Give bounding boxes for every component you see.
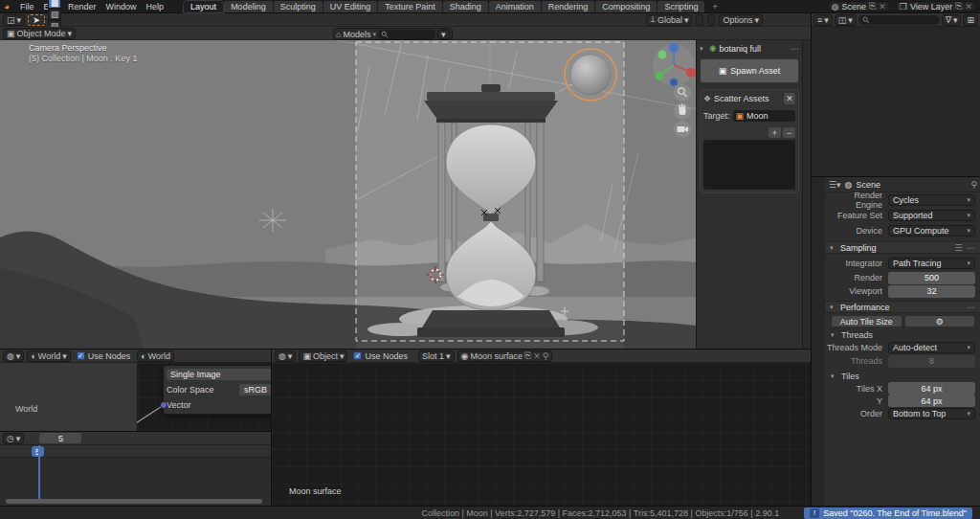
active-tool-button[interactable]: ➤ — [28, 14, 45, 26]
menu-help[interactable]: Help — [142, 2, 169, 11]
slot-dropdown[interactable]: Slot 1 ▾ — [418, 350, 455, 362]
botaniq-panel-header[interactable]: ▾ ❋ botaniq full ⋯ — [700, 43, 799, 55]
snapping-dropdown[interactable] — [696, 14, 703, 26]
feature-set-dropdown[interactable]: Supported▾ — [888, 210, 975, 221]
workspace-tab-scripting[interactable]: Scripting — [657, 1, 704, 12]
select-mode-0[interactable]: ▩ — [48, 0, 61, 9]
add-button[interactable]: + — [768, 127, 781, 138]
pin-icon[interactable]: ⚲ — [970, 180, 977, 190]
copy-icon[interactable]: ⎘ — [524, 350, 531, 361]
workspace-tab-modeling[interactable]: Modeling — [224, 1, 273, 12]
performance-section-header[interactable]: ▾Performance⋯ — [825, 301, 980, 313]
threads-row: Threads 8 — [825, 354, 980, 368]
filter-collection-dropdown[interactable]: ◫ ▾ — [835, 14, 857, 26]
models-search-input[interactable] — [378, 30, 435, 39]
panel-menu-icon[interactable]: ⋯ — [791, 44, 799, 54]
workspace-tab-animation[interactable]: Animation — [489, 1, 541, 12]
timeline-ruler[interactable]: 5 — [0, 445, 271, 458]
use-nodes-checkbox[interactable]: ✓ — [77, 351, 85, 360]
editor-type-button[interactable]: ◲ ▾ — [3, 14, 25, 26]
integrator-dropdown[interactable]: Path Tracing▾ — [888, 258, 975, 269]
material-datablock-field[interactable]: ◉ Moon surface ⎘ ✕ ⚲ — [457, 350, 553, 362]
shader-type-dropdown[interactable]: ▣ Object ▾ — [299, 350, 347, 362]
view-layer-selector[interactable]: ❐ View Layer ⎘ ✕ — [896, 1, 976, 11]
new-scene-icon[interactable]: ⎘ — [869, 1, 876, 11]
playhead[interactable] — [38, 445, 40, 499]
menu-window[interactable]: Window — [101, 2, 142, 11]
mode-dropdown[interactable]: ▣ Object Mode ▾ — [3, 28, 76, 39]
asset-models-popover[interactable]: ⌂ Models ▾ ▾ — [333, 28, 453, 40]
editor-type-button[interactable]: ◍ ▾ — [275, 350, 296, 362]
remove-view-layer-icon[interactable]: ✕ — [965, 2, 972, 11]
viewport-canvas[interactable] — [0, 40, 696, 349]
editor-type-icon[interactable]: ☰▾ — [829, 180, 841, 190]
auto-tile-size-button[interactable]: Auto Tile Size — [831, 315, 902, 327]
vector-input-socket[interactable]: Vector — [167, 399, 271, 411]
tiles-subheader[interactable]: ▾Tiles — [825, 371, 980, 382]
new-collection-button[interactable]: ⊞ — [963, 14, 978, 26]
proportional-edit-dropdown[interactable] — [707, 14, 715, 26]
saved-notification[interactable]: ! Saved "0260. The End of Time.blend" — [804, 508, 972, 519]
workspace-tab-rendering[interactable]: Rendering — [542, 1, 595, 12]
spawn-asset-button[interactable]: ▣ Spawn Asset — [700, 58, 799, 83]
blender-logo-icon[interactable]: ◕ — [0, 2, 13, 11]
transform-orientation-dropdown[interactable]: ⟂ Global ▾ — [646, 14, 693, 26]
options-dropdown[interactable]: Options ▾ — [719, 14, 763, 26]
new-view-layer-icon[interactable]: ⎘ — [955, 1, 962, 11]
camera-view-button[interactable] — [674, 121, 691, 138]
use-nodes-checkbox[interactable]: ✓ — [353, 351, 362, 360]
presets-icon[interactable]: ☰ ⋯ — [954, 243, 976, 253]
workspace-tab-shading[interactable]: Shading — [443, 1, 488, 12]
workspace-tab-sculpting[interactable]: Sculpting — [274, 1, 323, 12]
workspace-tab-layout[interactable]: Layout — [184, 1, 223, 12]
object-icon: ▣ — [736, 111, 745, 121]
filter-dropdown[interactable]: ∇ ▾ — [942, 14, 962, 26]
pan-hand-button[interactable] — [674, 102, 691, 120]
sampling-section-header[interactable]: ▾Sampling ☰ ⋯ — [825, 241, 980, 254]
shader-type-dropdown[interactable]: ◐ World ▾ — [27, 350, 70, 362]
threads-subheader[interactable]: ▾Threads — [825, 329, 980, 341]
workspace-tab-uv-editing[interactable]: UV Editing — [323, 1, 378, 12]
environment-texture-node[interactable]: Single Image Color Space sRGB Vector — [163, 365, 271, 415]
remove-button[interactable]: − — [783, 127, 795, 138]
timeline-scrollbar[interactable] — [6, 499, 262, 504]
unlink-icon[interactable]: ✕ — [533, 351, 541, 361]
add-workspace-button[interactable]: + — [705, 1, 724, 12]
sphere-object-selected[interactable] — [565, 49, 616, 101]
tiles-y-field[interactable]: 64 px — [888, 395, 975, 407]
world-datablock-field[interactable]: ◐ World — [137, 350, 174, 362]
workspace-tab-compositing[interactable]: Compositing — [595, 1, 657, 12]
tiles-x-field[interactable]: 64 px — [888, 382, 975, 395]
image-source-field[interactable]: Single Image — [167, 369, 271, 380]
device-dropdown[interactable]: GPU Compute▾ — [888, 225, 975, 237]
workspace-tab-texture-paint[interactable]: Texture Paint — [378, 1, 442, 12]
menu-file[interactable]: File — [15, 2, 39, 11]
scatter-asset-list[interactable] — [703, 140, 795, 190]
color-space-field[interactable]: sRGB — [239, 384, 271, 395]
render-samples-field[interactable]: 500 — [888, 272, 975, 284]
tile-order-dropdown[interactable]: Bottom to Top▾ — [888, 408, 975, 419]
zoom-button[interactable] — [674, 84, 691, 102]
scene-selector[interactable]: ◍ Scene ⎘ ✕ — [828, 1, 890, 11]
viewport-samples-field[interactable]: 32 — [888, 285, 975, 298]
models-filter-button[interactable]: ▾ — [437, 30, 450, 39]
display-mode-dropdown[interactable]: ≡ ▾ — [813, 14, 833, 26]
pin-icon[interactable]: ⚲ — [543, 351, 549, 361]
close-icon[interactable]: ✕ — [784, 93, 795, 104]
select-mode-1[interactable]: ▨ — [48, 9, 61, 20]
render-engine-dropdown[interactable]: Cycles▾ — [888, 194, 975, 206]
menu-render[interactable]: Render — [63, 2, 101, 11]
current-frame-field[interactable]: 5 — [39, 433, 81, 443]
shader-node-view[interactable] — [272, 363, 811, 506]
timeline-tracks[interactable] — [0, 458, 271, 499]
properties-tab-column — [812, 177, 825, 506]
gear-icon[interactable]: ⚙ — [904, 315, 976, 327]
editor-type-button[interactable]: ◷ ▾ — [3, 433, 24, 444]
info-icon: ! — [810, 508, 819, 518]
editor-type-button[interactable]: ◍ ▾ — [3, 350, 24, 362]
threads-mode-dropdown[interactable]: Auto-detect▾ — [888, 342, 975, 353]
target-object-field[interactable]: ▣ Moon — [733, 110, 795, 122]
render-samples-row: Render 500 — [825, 271, 980, 284]
outliner-search-input[interactable] — [858, 15, 940, 25]
unlink-scene-icon[interactable]: ✕ — [879, 2, 886, 11]
